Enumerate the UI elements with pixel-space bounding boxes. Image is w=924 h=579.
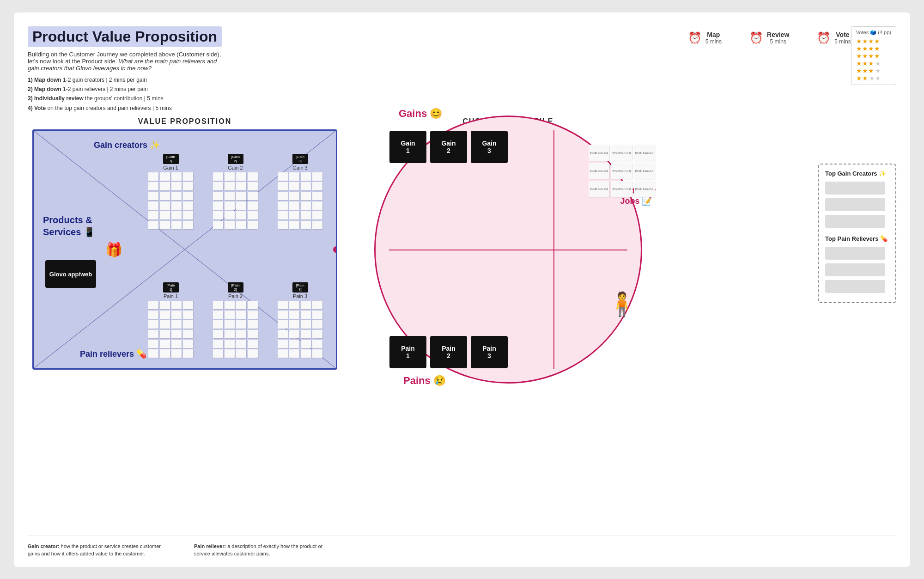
main-card: Product Value Proposition Building on th… [14, 12, 910, 567]
header-right: Votes 🗳️ (4 pp) ★★★★ ★★★★ ★★★★ ★★★★ ★★★★… [851, 26, 896, 85]
cp-job-sticky-3: [Prefil from CJ] [634, 145, 655, 161]
pain-stickies-1 [148, 301, 193, 358]
products-services-label: Products & Services 📱 [43, 214, 98, 238]
vp-canvas: Gain creators ✨ Pain relievers 💊 Product… [32, 129, 337, 370]
footer: Gain creator: how the product or service… [28, 535, 896, 558]
timer-map: ⏰ Map 5 mins [688, 31, 722, 45]
gift-icon: 🎁 [105, 242, 122, 258]
cp-divider-v [553, 130, 554, 369]
pain-badge-2: [Pain 2] [228, 282, 243, 293]
cp-section: CUSTOMER PROFILE Gains 😊 Pains 😢 Custome… [351, 117, 665, 530]
cp-pain-box-3: Pain3 [471, 336, 508, 368]
timer-map-duration: 5 mins [705, 38, 722, 45]
cp-gain-boxes: Gain1 Gain2 Gain3 [389, 131, 508, 163]
gain-header-2: Gain 2 [228, 165, 243, 171]
pain-reliever-placeholder-3 [825, 280, 885, 293]
pain-stickies-3 [278, 301, 322, 358]
footer-pain-term: Pain reliever: a description of exactly … [194, 542, 333, 558]
top-gain-creators-title: Top Gain Creators ✨ [825, 170, 889, 177]
cp-circle: Gains 😊 Pains 😢 Customer Jobs 📝 Gain1 Ga… [374, 116, 642, 384]
cp-pain-box-2: Pain2 [430, 336, 467, 368]
gain-header-1: Gain 1 [163, 165, 178, 171]
cp-gain-box-2: Gain2 [430, 131, 467, 163]
star-row-2: ★★★★ [856, 45, 891, 52]
glovo-box: Glovo app/web [45, 260, 96, 288]
gain-stickies-2 [213, 172, 258, 229]
vp-section: VALUE PROPOSITION Gain creators ✨ Pain r… [28, 117, 342, 530]
star-row-3: ★★★★ [856, 52, 891, 60]
timer-vote-label: Vote [834, 31, 851, 38]
gain-creator-placeholder-2 [825, 198, 885, 211]
top-creators-box: Top Gain Creators ✨ Top Pain Relievers 💊 [818, 164, 896, 303]
pain-header-3: Pain 3 [293, 293, 307, 299]
cp-job-sticky-1: [Prefil from CJ] [589, 145, 609, 161]
timer-review-duration: 5 mins [767, 38, 789, 45]
timer-vote-duration: 5 mins [834, 38, 851, 45]
cp-gain-box-1: Gain1 [389, 131, 426, 163]
person-icon: 🧍 [608, 291, 636, 317]
timer-review-icon: ⏰ [749, 31, 763, 44]
instructions: 1) Map down 1-2 gain creators | 2 mins p… [28, 75, 688, 113]
cp-pain-box-1: Pain1 [389, 336, 426, 368]
timer-review: ⏰ Review 5 mins [749, 31, 789, 45]
instruction-4: 4) Vote on the top gain creators and pai… [28, 104, 688, 113]
pain-reliever-placeholder-2 [825, 263, 885, 276]
star-row-5: ★★★★ [856, 67, 891, 74]
footer-gain-term: Gain creator: how the product or service… [28, 542, 166, 558]
timer-group: ⏰ Map 5 mins ⏰ Review 5 mins ⏰ Vote 5 mi… [688, 31, 851, 45]
gain-header-3: Gain 3 [292, 165, 307, 171]
gain-creator-placeholder-1 [825, 182, 885, 195]
pain-badge-3: [Pain 3] [292, 282, 308, 293]
pain-header-2: Pain 2 [228, 293, 243, 299]
cp-job-sticky-2: [Prefil from CJ] [611, 145, 632, 161]
cp-job-sticky-4: [Prefil from CJ] [589, 163, 609, 179]
pain-reliever-placeholder-1 [825, 247, 885, 260]
gain-stickies-3 [278, 172, 322, 229]
pain-badge-1: [Pain 1] [163, 282, 179, 293]
gains-label: Gains 😊 [399, 108, 442, 120]
votes-panel: Votes 🗳️ (4 pp) ★★★★ ★★★★ ★★★★ ★★★★ ★★★★… [851, 26, 896, 85]
cp-pain-boxes: Pain1 Pain2 Pain3 [389, 336, 508, 368]
cp-job-sticky-6: [Prefil from CJ] [634, 163, 655, 179]
instruction-3: 3) Individually review the groups' contr… [28, 94, 688, 103]
header-left: Product Value Proposition Building on th… [28, 26, 688, 113]
votes-title: Votes 🗳️ (4 pp) [856, 30, 891, 36]
connector-dot [333, 246, 337, 253]
vp-section-title: VALUE PROPOSITION [138, 117, 232, 126]
cp-divider-h [389, 250, 628, 250]
pain-header-1: Pain 1 [164, 293, 178, 299]
cp-jobs-stickies: [Prefil from CJ] [Prefil from CJ] [Prefi… [589, 145, 655, 197]
instruction-1: 1) Map down 1-2 gain creators | 2 mins p… [28, 75, 688, 85]
page-title: Product Value Proposition [28, 26, 222, 47]
gain-creators-label: Gain creators ✨ [94, 140, 160, 150]
star-row-4: ★★★★ [856, 60, 891, 67]
cp-job-sticky-8: [Prefil from CJ] [611, 181, 632, 197]
timer-vote-icon: ⏰ [817, 31, 831, 44]
gain-stickies-1 [148, 172, 193, 229]
timer-review-label: Review [767, 31, 789, 38]
cp-job-sticky-7: [Prefil from CJ] [589, 181, 609, 197]
gain-badge-2: [Gain 2] [228, 154, 243, 164]
cp-job-sticky-5: [Prefil from CJ] [611, 163, 632, 179]
top-pain-relievers-title: Top Pain Relievers 💊 [825, 235, 889, 242]
star-row-6: ★★★★ [856, 74, 891, 82]
subtitle: Building on the Customer Journey we comp… [28, 51, 226, 72]
cp-circle-container: Gains 😊 Pains 😢 Customer Jobs 📝 Gain1 Ga… [356, 129, 661, 370]
right-panel: Top Gain Creators ✨ Top Pain Relievers 💊 [675, 117, 896, 530]
timer-map-icon: ⏰ [688, 31, 702, 44]
gain-badge-1: [Gain 1] [163, 154, 179, 164]
pains-label: Pains 😢 [403, 375, 446, 387]
header: Product Value Proposition Building on th… [28, 26, 896, 113]
pain-relievers-label: Pain relievers 💊 [80, 349, 146, 359]
timer-map-label: Map [705, 31, 722, 38]
timer-vote: ⏰ Vote 5 mins [817, 31, 851, 45]
gain-badge-3: [Gain 3] [292, 154, 308, 164]
instruction-2: 2) Map down 1-2 pain relievers | 2 mins … [28, 85, 688, 94]
content-area: VALUE PROPOSITION Gain creators ✨ Pain r… [28, 117, 896, 530]
star-row-1: ★★★★ [856, 37, 891, 45]
cp-gain-box-3: Gain3 [471, 131, 508, 163]
pain-stickies-2 [213, 301, 258, 358]
cp-job-sticky-9: [Prefil from CJ] [634, 181, 655, 197]
gain-creator-placeholder-3 [825, 215, 885, 228]
